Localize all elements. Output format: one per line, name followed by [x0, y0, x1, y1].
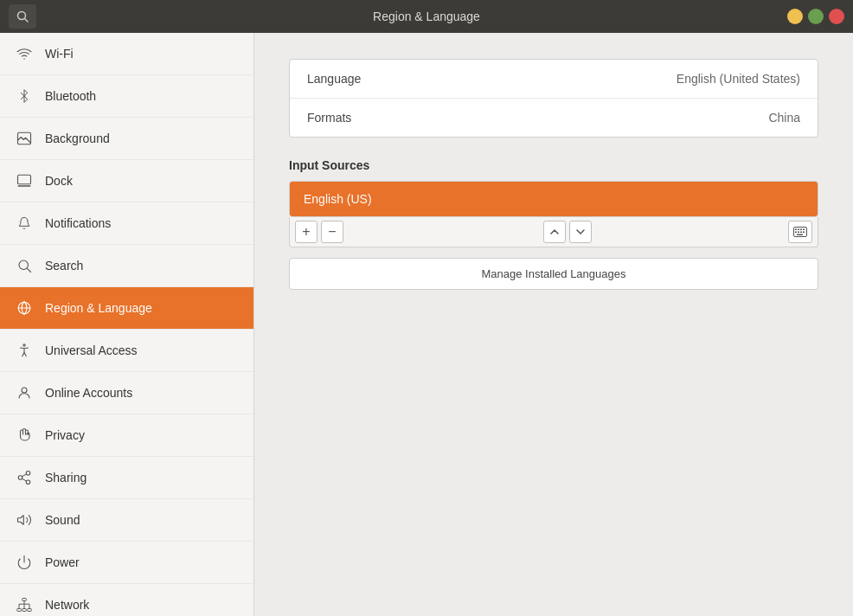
main-container: Wi-Fi Bluetooth Background	[0, 33, 853, 616]
svg-point-6	[19, 260, 29, 270]
search-icon	[16, 10, 29, 22]
sidebar-label-sharing: Sharing	[45, 471, 87, 484]
globe-icon	[14, 298, 35, 318]
formats-label: Formats	[307, 111, 768, 125]
svg-marker-16	[18, 516, 24, 525]
bluetooth-icon	[14, 86, 35, 106]
svg-rect-19	[17, 609, 22, 612]
sidebar-label-universal-access: Universal Access	[45, 343, 138, 357]
svg-rect-4	[18, 175, 31, 184]
svg-point-2	[23, 58, 25, 60]
content-area: Language English (United States) Formats…	[254, 33, 853, 616]
chevron-down-icon	[576, 228, 585, 236]
input-sources-list: English (US)	[289, 181, 818, 217]
user-icon	[14, 382, 35, 403]
sidebar-item-search[interactable]: Search	[0, 245, 253, 287]
maximize-button[interactable]: □	[808, 9, 824, 24]
window-title: Region & Language	[373, 10, 480, 23]
sidebar-label-wifi: Wi-Fi	[45, 47, 74, 61]
search-sidebar-icon	[14, 255, 35, 276]
search-button[interactable]	[9, 4, 36, 29]
svg-rect-21	[22, 609, 27, 612]
sidebar: Wi-Fi Bluetooth Background	[0, 33, 254, 616]
bell-icon	[14, 213, 35, 234]
sidebar-item-bluetooth[interactable]: Bluetooth	[0, 75, 253, 118]
keyboard-icon	[793, 227, 807, 237]
dock-icon	[14, 170, 35, 191]
sidebar-item-background[interactable]: Background	[0, 118, 253, 160]
input-source-controls: + −	[289, 217, 818, 247]
sidebar-label-privacy: Privacy	[45, 428, 85, 442]
arrow-buttons	[543, 221, 592, 243]
svg-rect-32	[795, 232, 797, 234]
language-label: Language	[307, 72, 677, 86]
share-icon	[14, 467, 35, 488]
svg-point-9	[23, 344, 25, 346]
sidebar-item-sharing[interactable]: Sharing	[0, 457, 253, 499]
manage-languages-button[interactable]: Manage Installed Languages	[289, 258, 818, 290]
sidebar-item-notifications[interactable]: Notifications	[0, 202, 253, 245]
input-sources-title: Input Sources	[289, 158, 818, 172]
move-up-button[interactable]	[543, 221, 566, 243]
sidebar-item-dock[interactable]: Dock	[0, 160, 253, 202]
sidebar-item-universal-access[interactable]: Universal Access	[0, 330, 253, 372]
sidebar-item-network[interactable]: Network	[0, 584, 253, 616]
keyboard-layout-button[interactable]	[788, 221, 812, 243]
sidebar-item-online-accounts[interactable]: Online Accounts	[0, 372, 253, 414]
sidebar-item-sound[interactable]: Sound	[0, 499, 253, 542]
hand-icon	[14, 425, 35, 446]
sidebar-item-region[interactable]: Region & Language	[0, 287, 253, 330]
close-button[interactable]: ×	[829, 9, 844, 24]
svg-point-13	[26, 480, 30, 484]
sidebar-label-bluetooth: Bluetooth	[45, 89, 96, 103]
svg-line-14	[22, 478, 26, 481]
svg-line-1	[25, 19, 29, 22]
move-down-button[interactable]	[569, 221, 592, 243]
add-input-source-button[interactable]: +	[295, 221, 317, 243]
svg-line-7	[27, 268, 30, 272]
svg-point-10	[22, 388, 27, 393]
svg-rect-29	[798, 229, 799, 231]
sidebar-label-region: Region & Language	[45, 301, 152, 315]
language-settings-table: Language English (United States) Formats…	[289, 59, 818, 138]
network-icon	[14, 594, 35, 615]
minimize-button[interactable]: −	[787, 9, 803, 24]
power-icon	[14, 552, 35, 573]
svg-rect-5	[18, 185, 31, 187]
svg-rect-28	[795, 229, 797, 231]
titlebar: Region & Language − □ ×	[0, 0, 853, 33]
accessibility-icon	[14, 340, 35, 361]
sidebar-label-network: Network	[45, 598, 89, 612]
svg-line-15	[22, 474, 26, 477]
svg-rect-33	[798, 232, 799, 234]
svg-rect-35	[803, 232, 805, 234]
sidebar-label-sound: Sound	[45, 513, 80, 527]
sidebar-item-privacy[interactable]: Privacy	[0, 414, 253, 457]
svg-point-12	[18, 476, 22, 480]
svg-rect-31	[803, 229, 805, 231]
sidebar-item-wifi[interactable]: Wi-Fi	[0, 33, 253, 75]
svg-rect-36	[797, 234, 803, 236]
remove-input-source-button[interactable]: −	[321, 221, 343, 243]
sidebar-label-notifications: Notifications	[45, 216, 111, 230]
svg-rect-30	[800, 229, 802, 231]
sidebar-label-online-accounts: Online Accounts	[45, 386, 132, 400]
chevron-up-icon	[550, 228, 559, 236]
svg-rect-20	[28, 609, 32, 612]
sidebar-label-power: Power	[45, 555, 80, 569]
speaker-icon	[14, 510, 35, 530]
sidebar-item-power[interactable]: Power	[0, 542, 253, 584]
wifi-icon	[14, 43, 35, 64]
language-value: English (United States)	[677, 72, 800, 86]
svg-rect-18	[22, 599, 27, 601]
svg-rect-34	[800, 232, 802, 234]
input-source-english-us[interactable]: English (US)	[290, 182, 818, 216]
sidebar-label-background: Background	[45, 132, 110, 145]
svg-point-11	[26, 472, 30, 476]
formats-row[interactable]: Formats China	[290, 99, 818, 137]
background-icon	[14, 128, 35, 149]
sidebar-label-dock: Dock	[45, 174, 73, 188]
formats-value: China	[768, 111, 800, 125]
window-controls: − □ ×	[787, 9, 844, 24]
language-row[interactable]: Language English (United States)	[290, 60, 818, 99]
